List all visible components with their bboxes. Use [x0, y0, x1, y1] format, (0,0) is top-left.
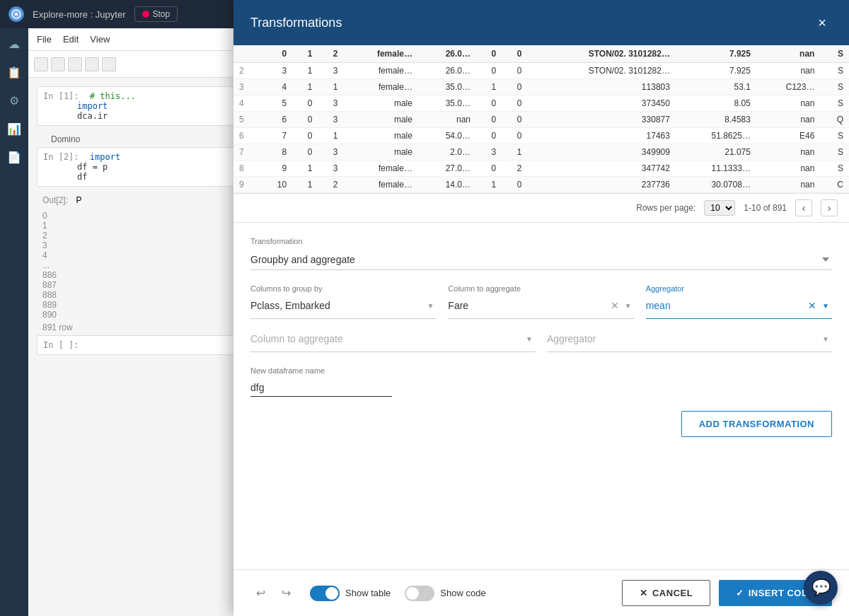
rows-per-page-select[interactable]: 10 25 50: [704, 200, 735, 216]
show-code-thumb: [406, 587, 419, 600]
col-header-2: 2: [318, 45, 343, 63]
chat-button[interactable]: 💬: [804, 571, 838, 605]
columns-group-by-field: Columns to group by Pclass, Embarked ▼: [250, 284, 437, 319]
table-header-row: 0 1 2 female… 26.0… 0 0 STON/02. 3101282…: [233, 45, 849, 63]
data-table: 0 1 2 female… 26.0… 0 0 STON/02. 3101282…: [233, 45, 849, 193]
modal-header: Transformations ×: [233, 0, 849, 45]
menu-view[interactable]: View: [90, 34, 110, 45]
dataframe-section: New dataframe name: [250, 366, 832, 397]
show-table-toggle-group: Show table: [310, 586, 391, 601]
show-code-toggle[interactable]: [405, 586, 434, 601]
table-row: 6701male54.0…001746351.8625…E46S: [233, 128, 849, 144]
toolbar-btn-3[interactable]: [68, 57, 82, 71]
pagination-next[interactable]: ›: [821, 199, 838, 216]
pagination: Rows per page: 10 25 50 1-10 of 891 ‹ ›: [233, 194, 849, 223]
topbar-title: Explore-more : Jupyter: [33, 9, 126, 20]
col-header-5: 0: [476, 45, 502, 63]
column-aggregate-field: Column to aggregate Fare ✕ ▼: [448, 284, 634, 319]
column-aggregate-value: Fare: [448, 297, 607, 314]
toolbar-btn-5[interactable]: [102, 57, 116, 71]
columns-group-by-label: Columns to group by: [250, 284, 437, 293]
modal-title: Transformations: [250, 16, 342, 30]
show-code-toggle-group: Show code: [405, 586, 485, 601]
aggregator-value: mean: [646, 297, 805, 314]
add-transformation-container: ADD TRANSFORMATION: [250, 411, 832, 437]
second-row: Column to aggregate ▼ Aggregator ▼: [250, 330, 832, 352]
aggregator-label: Aggregator: [646, 284, 832, 293]
form-area: Transformation Groupby and aggregate Col…: [233, 223, 849, 569]
col-header-8: 7.925: [676, 45, 756, 63]
rows-per-page-label: Rows per page:: [636, 203, 695, 213]
table-row: 8913female…27.0…0234774211.1333…nanS: [233, 161, 849, 177]
aggregator2-input: Aggregator ▼: [547, 330, 832, 352]
transformation-select[interactable]: Groupby and aggregate: [250, 250, 832, 270]
column-aggregate2-field: Column to aggregate ▼: [250, 330, 536, 352]
column-aggregate-label: Column to aggregate: [448, 284, 634, 293]
sidebar-icon-docs[interactable]: 📄: [6, 149, 23, 165]
aggregator-clear[interactable]: ✕: [805, 298, 819, 313]
table-row: 4503male35.0…003734508.05nanS: [233, 95, 849, 112]
table-row: 2313female…26.0…00STON/02. 3101282…7.925…: [233, 63, 849, 79]
dataframe-label: New dataframe name: [250, 366, 832, 375]
column-aggregate-dropdown[interactable]: ▼: [622, 301, 635, 311]
show-code-label: Show code: [440, 588, 485, 598]
column-aggregate2-dropdown[interactable]: ▼: [523, 334, 536, 344]
show-table-toggle[interactable]: [310, 586, 340, 601]
column-aggregate2-input: Column to aggregate ▼: [250, 330, 536, 352]
app-logo: [8, 6, 24, 22]
columns-group-by-dropdown[interactable]: ▼: [424, 301, 437, 311]
sidebar-icon-charts[interactable]: 📊: [6, 120, 23, 137]
toolbar-btn-1[interactable]: [34, 57, 48, 71]
aggregator-field: Aggregator mean ✕ ▼: [646, 284, 832, 319]
toolbar-btn-2[interactable]: [51, 57, 65, 71]
data-table-container: 0 1 2 female… 26.0… 0 0 STON/02. 3101282…: [233, 45, 849, 194]
menu-file[interactable]: File: [37, 34, 52, 45]
col-header-9: nan: [756, 45, 821, 63]
columns-group-by-input: Pclass, Embarked ▼: [250, 297, 437, 319]
footer-left: ↩ ↪ Show table Show code: [250, 583, 486, 603]
column-aggregate-input: Fare ✕ ▼: [448, 297, 634, 319]
undo-redo-group: ↩ ↪: [250, 583, 296, 603]
col-header-10: S: [820, 45, 849, 63]
cancel-button[interactable]: ✕ CANCEL: [622, 580, 710, 606]
undo-button[interactable]: ↩: [250, 583, 270, 603]
columns-group-by-value: Pclass, Embarked: [250, 297, 424, 314]
toolbar-btn-4[interactable]: [85, 57, 99, 71]
show-table-label: Show table: [345, 588, 391, 598]
transformation-section: Transformation Groupby and aggregate: [250, 237, 832, 270]
col-header-6: 0: [502, 45, 527, 63]
modal-close-button[interactable]: ×: [812, 13, 832, 33]
table-row: 5603malenan003308778.4583nanQ: [233, 112, 849, 128]
footer-right: ✕ CANCEL ✓ INSERT CODE: [622, 580, 832, 606]
sidebar-icon-home[interactable]: ☁: [6, 35, 23, 52]
pagination-range: 1-10 of 891: [744, 203, 787, 213]
sidebar-icon-settings[interactable]: ⚙: [6, 92, 23, 109]
dataframe-input[interactable]: [250, 379, 392, 397]
show-table-thumb: [325, 587, 338, 600]
col-header-3: female…: [344, 45, 418, 63]
add-transformation-button[interactable]: ADD TRANSFORMATION: [681, 411, 832, 437]
aggregator2-field: Aggregator ▼: [547, 330, 832, 352]
aggregator2-placeholder: Aggregator: [547, 330, 819, 347]
menu-edit[interactable]: Edit: [63, 34, 79, 45]
stop-button[interactable]: Stop: [134, 6, 178, 22]
aggregator-input: mean ✕ ▼: [646, 297, 832, 319]
aggregator-dropdown[interactable]: ▼: [819, 301, 832, 311]
svg-point-1: [15, 13, 18, 16]
aggregator2-dropdown[interactable]: ▼: [819, 334, 832, 344]
col-header-7: STON/02. 3101282…: [527, 45, 675, 63]
table-row: 7803male2.0…3134990921.075nanS: [233, 144, 849, 161]
pagination-prev[interactable]: ‹: [795, 199, 812, 216]
cancel-icon: ✕: [640, 588, 648, 598]
stop-icon: [142, 11, 149, 18]
col-header-1: 1: [292, 45, 318, 63]
col-header-4: 26.0…: [418, 45, 476, 63]
transformations-modal: Transformations × 0 1 2 female… 26.0… 0 …: [233, 0, 849, 616]
redo-button[interactable]: ↪: [276, 583, 296, 603]
col-header-0: 0: [259, 45, 292, 63]
transformation-label: Transformation: [250, 237, 832, 245]
column-aggregate2-placeholder: Column to aggregate: [250, 330, 523, 347]
sidebar-icon-files[interactable]: 📋: [6, 64, 23, 81]
table-row: 3411female…35.0…1011380353.1C123…S: [233, 79, 849, 95]
column-aggregate-clear[interactable]: ✕: [608, 298, 622, 313]
